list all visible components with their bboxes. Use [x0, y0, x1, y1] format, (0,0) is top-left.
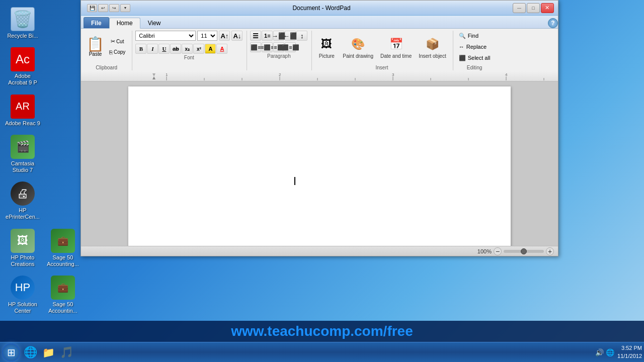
taskbar-right: 🔊 🌐 3:52 PM 11/1/2012	[595, 344, 642, 360]
document-area[interactable]	[81, 81, 558, 246]
ribbon-tabs: File Home View ?	[81, 16, 558, 29]
document-page[interactable]	[128, 86, 511, 246]
select-all-button[interactable]: ⬛ Select all	[456, 53, 493, 63]
minimize-button[interactable]: —	[513, 3, 526, 13]
adobe-reader-icon: AR	[11, 95, 35, 119]
paragraph-group-label: Paragraph	[267, 53, 291, 59]
subscript-button[interactable]: x₂	[182, 44, 193, 54]
cut-button[interactable]: ✂ Cut	[107, 37, 128, 47]
picture-button[interactable]: 🖼 Picture	[315, 34, 338, 60]
hp-solution-label: HP Solution Center	[5, 301, 41, 314]
find-icon: 🔍	[459, 33, 466, 39]
window-title: Document - WordPad	[292, 5, 350, 12]
font-family-select[interactable]: Calibri	[135, 31, 196, 41]
italic-button[interactable]: I	[147, 44, 158, 54]
ie-taskbar-icon[interactable]: 🌐	[22, 344, 38, 360]
insert-group-content: 🖼 Picture 🎨 Paint drawing 📅 Date and tim…	[315, 31, 448, 64]
bold-button[interactable]: B	[135, 44, 146, 54]
editing-group: 🔍 Find ↔ Replace ⬛ Select all Editing	[454, 31, 497, 70]
hp-eprinter-icon: 🖨	[11, 182, 35, 206]
network-icon: 🌐	[606, 348, 614, 356]
paint-drawing-button[interactable]: 🎨 Paint drawing	[340, 34, 376, 60]
zoom-out-button[interactable]: −	[494, 247, 502, 255]
insert-object-label: Insert object	[419, 53, 446, 59]
desktop-icon-hp-solution[interactable]: HP HP Solution Center	[3, 274, 43, 316]
editing-group-content: 🔍 Find ↔ Replace ⬛ Select all	[456, 31, 493, 64]
help-button[interactable]: ?	[548, 18, 558, 28]
highlight-button[interactable]: A	[205, 44, 216, 54]
taskbar-left: ⊞ 🌐 📁 🎵	[2, 343, 74, 361]
sage50-2-label: Sage 50 Accountin...	[45, 301, 81, 314]
title-bar: 💾 ↩ ↪ ▼ Document - WordPad — □ ✕	[81, 1, 558, 16]
desktop-icon-sage50-2[interactable]: 💼 Sage 50 Accountin...	[43, 274, 83, 316]
bullets-button[interactable]: ☰	[250, 31, 261, 41]
insert-object-button[interactable]: 📦 Insert object	[416, 34, 448, 60]
customize-quick-btn[interactable]: ▼	[120, 4, 130, 12]
copy-button[interactable]: ⎘ Copy	[107, 47, 128, 57]
svg-text:3: 3	[392, 72, 394, 77]
grow-font-button[interactable]: A↑	[219, 31, 230, 41]
justify-button[interactable]: ⬛≡⬛	[285, 42, 296, 52]
paragraph-group: ☰ 1≡ →⬛ ←⬛ ↕ ⬛≡ ≡⬛≡ ≡⬛ ⬛≡⬛ Paragraph	[248, 31, 312, 70]
align-left-button[interactable]: ⬛≡	[250, 42, 261, 52]
quick-access-toolbar: 💾 ↩ ↪ ▼	[87, 4, 130, 12]
tab-view[interactable]: View	[140, 17, 169, 28]
font-group: Calibri 11 A↑ A↓ B I U ab x₂ x² A A	[133, 31, 247, 70]
redo-quick-btn[interactable]: ↪	[109, 4, 119, 12]
sage50-1-icon: 💼	[51, 229, 75, 253]
undo-quick-btn[interactable]: ↩	[98, 4, 108, 12]
maximize-button[interactable]: □	[527, 3, 540, 13]
wordpad-window: 💾 ↩ ↪ ▼ Document - WordPad — □ ✕ File Ho…	[80, 0, 558, 256]
hp-photo-icon: 🖼	[11, 229, 35, 253]
shrink-font-button[interactable]: A↓	[231, 31, 243, 41]
close-button[interactable]: ✕	[541, 3, 554, 13]
outdent-button[interactable]: ←⬛	[285, 31, 296, 41]
replace-label: Replace	[466, 44, 487, 50]
sound-icon: 🔊	[595, 348, 604, 356]
zoom-slider-thumb	[521, 248, 527, 254]
desktop-icon-recycle-bin[interactable]: 🗑️ Recycle Bi...	[3, 5, 43, 41]
select-all-label: Select all	[468, 55, 491, 61]
find-button[interactable]: 🔍 Find	[456, 31, 493, 41]
adobe-acrobat-label: Adobe Acrobat 9 P	[5, 73, 41, 86]
desktop-icon-camtasia[interactable]: 🎬 Camtasia Studio 7	[3, 133, 43, 175]
picture-label: Picture	[319, 53, 335, 59]
line-spacing-button[interactable]: ↕	[296, 31, 307, 41]
recycle-bin-icon: 🗑️	[11, 7, 35, 31]
desktop-icon-hp-eprinter[interactable]: 🖨 HP ePrinterCen...	[3, 179, 43, 222]
align-row: ⬛≡ ≡⬛≡ ≡⬛ ⬛≡⬛	[250, 42, 307, 52]
paste-button[interactable]: 📋 Paste	[85, 36, 106, 58]
start-button[interactable]: ⊞	[2, 343, 20, 361]
zoom-slider[interactable]	[504, 250, 544, 253]
strikethrough-button[interactable]: ab	[170, 44, 181, 54]
svg-rect-0	[81, 71, 558, 81]
align-center-button[interactable]: ≡⬛≡	[262, 42, 273, 52]
font-size-select[interactable]: 11	[197, 31, 217, 41]
paste-icon: 📋	[87, 37, 104, 51]
desktop-icon-sage50-1[interactable]: 💼 Sage 50 Accounting...	[43, 227, 83, 269]
picture-icon: 🖼	[317, 35, 336, 53]
taskbar: ⊞ 🌐 📁 🎵 🔊 🌐 3:52 PM 11/1/2012	[0, 342, 644, 362]
replace-button[interactable]: ↔ Replace	[456, 42, 493, 52]
tab-home[interactable]: Home	[109, 18, 140, 29]
explorer-taskbar-icon[interactable]: 📁	[40, 344, 56, 360]
desktop-icon-adobe-acrobat[interactable]: Ac Adobe Acrobat 9 P	[3, 45, 43, 88]
hp-solution-icon: HP	[11, 276, 35, 300]
close-icon: ✕	[545, 5, 549, 11]
save-quick-btn[interactable]: 💾	[87, 4, 97, 12]
superscript-button[interactable]: x²	[193, 44, 204, 54]
desktop-icon-hp-photo[interactable]: 🖼 HP Photo Creations	[3, 227, 43, 269]
desktop-icon-adobe-reader[interactable]: AR Adobe Reac 9	[3, 93, 43, 129]
underline-button[interactable]: U	[158, 44, 170, 54]
font-format-row: B I U ab x₂ x² A A	[135, 44, 243, 54]
date-time-button[interactable]: 📅 Date and time	[378, 34, 414, 60]
copy-icon: ⎘	[109, 49, 113, 55]
insert-group: 🖼 Picture 🎨 Paint drawing 📅 Date and tim…	[313, 31, 453, 70]
font-color-button[interactable]: A	[216, 44, 227, 54]
media-taskbar-icon[interactable]: 🎵	[58, 344, 74, 360]
date-time-icon: 📅	[387, 35, 405, 53]
list-row: ☰ 1≡ →⬛ ←⬛ ↕	[250, 31, 307, 41]
zoom-in-button[interactable]: +	[546, 247, 554, 255]
ruler: 1 2 3 4	[81, 71, 558, 81]
tab-file[interactable]: File	[84, 17, 109, 28]
